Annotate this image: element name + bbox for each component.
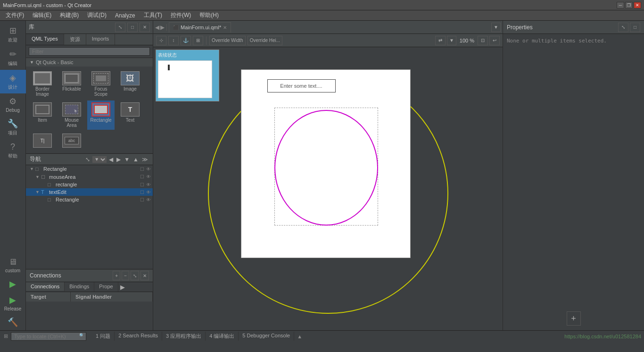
- library-close-button[interactable]: ✕: [140, 23, 150, 32]
- connections-remove-button[interactable]: −: [122, 271, 129, 280]
- sidebar-item-welcome[interactable]: ⊞ 欢迎: [0, 23, 26, 46]
- menu-help[interactable]: 帮助(H): [196, 10, 223, 20]
- status-search-input[interactable]: [11, 332, 86, 341]
- close-button[interactable]: ✕: [634, 2, 641, 8]
- nav-dock-button[interactable]: ⤡: [84, 156, 91, 163]
- tree-checkbox-icon[interactable]: ☐: [140, 197, 144, 202]
- tree-item-mouse-area[interactable]: ▼ ◻ mouseArea ☐ 👁: [26, 173, 153, 181]
- back-button[interactable]: ◀: [155, 24, 159, 31]
- status-tab-compile[interactable]: 4 编译输出: [206, 332, 239, 341]
- nav-dropdown[interactable]: ▼: [92, 156, 107, 163]
- restore-button[interactable]: ❐: [625, 2, 633, 8]
- sidebar-item-debug[interactable]: ⚙ Debug: [0, 93, 26, 116]
- textedit-box[interactable]: Enter some text....: [267, 79, 336, 92]
- component-image[interactable]: 🖼 Image: [116, 69, 144, 99]
- tree-item-text-edit[interactable]: ▼ T textEdit ☐ 👁: [26, 188, 153, 196]
- connections-close-button[interactable]: ✕: [140, 271, 149, 280]
- forward-button[interactable]: ▶: [160, 24, 165, 31]
- column-signal-handler: Signal Handler: [71, 292, 153, 302]
- component-text[interactable]: T Text: [116, 101, 144, 130]
- zoom-dropdown-button[interactable]: ▼: [447, 36, 456, 45]
- sidebar-item-help[interactable]: ? 帮助: [0, 139, 26, 162]
- orientation-button[interactable]: ⇄: [435, 36, 446, 45]
- connections-add-button[interactable]: +: [113, 271, 120, 280]
- menu-build[interactable]: 构建(B): [56, 10, 83, 20]
- nav-expand-button[interactable]: ≫: [141, 156, 149, 163]
- nav-up-button[interactable]: ▲: [132, 156, 140, 163]
- select-tool-button[interactable]: ⊹: [156, 36, 166, 45]
- tree-checkbox-icon[interactable]: ☐: [140, 182, 144, 187]
- sidebar-item-build[interactable]: 🔨: [0, 314, 26, 330]
- status-tab-debugger[interactable]: 5 Debugger Console: [239, 332, 294, 341]
- file-tab-close-button[interactable]: ✕: [223, 25, 227, 30]
- tab-properties[interactable]: Prope: [94, 282, 118, 292]
- nav-left-button[interactable]: ◀: [108, 156, 114, 163]
- override-height-button[interactable]: Override Hei...: [248, 36, 282, 45]
- library-dock-button[interactable]: ⤡: [115, 23, 125, 32]
- sidebar-item-custom[interactable]: 🖥 custom: [0, 254, 26, 276]
- statusbar-icon-button[interactable]: ⊞: [3, 333, 9, 339]
- tree-eye-icon[interactable]: 👁: [146, 190, 151, 195]
- menu-controls[interactable]: 控件(W): [167, 10, 195, 20]
- section-qt-quick-basic[interactable]: ▼ Qt Quick - Basic: [26, 58, 153, 67]
- tree-item-rectangle-inner[interactable]: □ Rectangle ☐ 👁: [26, 196, 153, 203]
- tab-resources[interactable]: 资源: [64, 34, 86, 45]
- connections-title: Connections: [30, 272, 61, 279]
- nav-down-button[interactable]: ▼: [123, 156, 131, 163]
- filter-input[interactable]: [29, 47, 150, 56]
- component-rectangle[interactable]: Rectangle: [87, 101, 115, 130]
- canvas-content[interactable]: 表续状态 Enter some text....: [153, 47, 503, 330]
- tree-item-rectangle-root[interactable]: ▼ □ Rectangle ☐ 👁: [26, 165, 153, 173]
- component-text-edit[interactable]: T|: [29, 132, 56, 151]
- library-float-button[interactable]: □: [127, 23, 138, 32]
- sidebar-item-run[interactable]: ▶: [0, 276, 26, 292]
- tree-checkbox-icon[interactable]: ☐: [140, 167, 144, 172]
- override-width-button[interactable]: Override Width: [209, 36, 246, 45]
- navigator-controls: ⤡ ▼ ◀ ▶ ▼ ▲ ≫: [84, 156, 149, 163]
- props-add-button[interactable]: +: [567, 311, 581, 326]
- component-text-input[interactable]: abc: [58, 132, 85, 151]
- tab-qml-types[interactable]: QML Types: [26, 34, 64, 45]
- menu-debug[interactable]: 调试(D): [83, 10, 110, 20]
- props-dock-button[interactable]: ⤡: [618, 23, 628, 32]
- menu-file[interactable]: 文件(F): [2, 10, 28, 20]
- status-tab-app-output[interactable]: 3 应用程序输出: [162, 332, 206, 341]
- menu-analyze[interactable]: Analyze: [111, 11, 139, 20]
- tree-eye-icon[interactable]: 👁: [146, 174, 151, 179]
- tab-more-button[interactable]: ▼: [491, 23, 501, 32]
- file-tab-mainform[interactable]: ⬛ MainForm.ui.qml* ✕: [169, 22, 231, 33]
- nav-right-button[interactable]: ▶: [116, 156, 122, 163]
- layout-tool-button[interactable]: ⊞: [193, 36, 203, 45]
- component-item[interactable]: Item: [29, 101, 56, 130]
- status-tab-search[interactable]: 2 Search Results: [115, 332, 162, 341]
- connections-dock-button[interactable]: ⤡: [131, 271, 139, 280]
- tree-eye-icon[interactable]: 👁: [146, 182, 151, 187]
- component-focus-scope[interactable]: Focus Scope: [87, 69, 115, 99]
- anchor-tool-button[interactable]: ⚓: [181, 36, 191, 45]
- statusbar-dropdown-button[interactable]: ▲: [296, 334, 303, 339]
- undo-button[interactable]: ↩: [489, 36, 500, 45]
- tree-eye-icon[interactable]: 👁: [146, 197, 151, 202]
- menu-tools[interactable]: 工具(T): [140, 10, 166, 20]
- tree-eye-icon[interactable]: 👁: [146, 167, 151, 172]
- sidebar-item-edit[interactable]: ✏ 编辑: [0, 46, 26, 70]
- tree-checkbox-icon[interactable]: ☐: [140, 190, 144, 195]
- minimize-button[interactable]: ─: [617, 2, 624, 8]
- sidebar-item-design[interactable]: ◈ 设计: [0, 70, 26, 93]
- sidebar-item-release[interactable]: ▶ Release: [0, 292, 26, 314]
- zoom-fit-button[interactable]: ⊡: [478, 36, 488, 45]
- props-float-button[interactable]: □: [630, 23, 640, 32]
- sidebar-item-project[interactable]: 🔧 项目: [0, 116, 26, 139]
- status-tab-issues[interactable]: 1 问题: [92, 332, 115, 341]
- component-flickable[interactable]: Flickable: [58, 69, 85, 99]
- tree-checkbox-icon[interactable]: ☐: [140, 174, 144, 179]
- move-tool-button[interactable]: ↕: [168, 36, 179, 45]
- tab-connections[interactable]: Connections: [26, 282, 65, 292]
- tree-item-rectangle-child[interactable]: □ rectangle ☐ 👁: [26, 181, 153, 188]
- tab-imports[interactable]: Imports: [86, 34, 116, 45]
- tab-bindings[interactable]: Bindings: [65, 282, 94, 292]
- component-mouse-area[interactable]: 🖱 Mouse Area: [58, 101, 85, 130]
- connections-more-button[interactable]: ▶: [118, 282, 127, 292]
- menu-edit[interactable]: 编辑(E): [29, 10, 55, 20]
- component-border-image[interactable]: BorderImage: [29, 69, 56, 99]
